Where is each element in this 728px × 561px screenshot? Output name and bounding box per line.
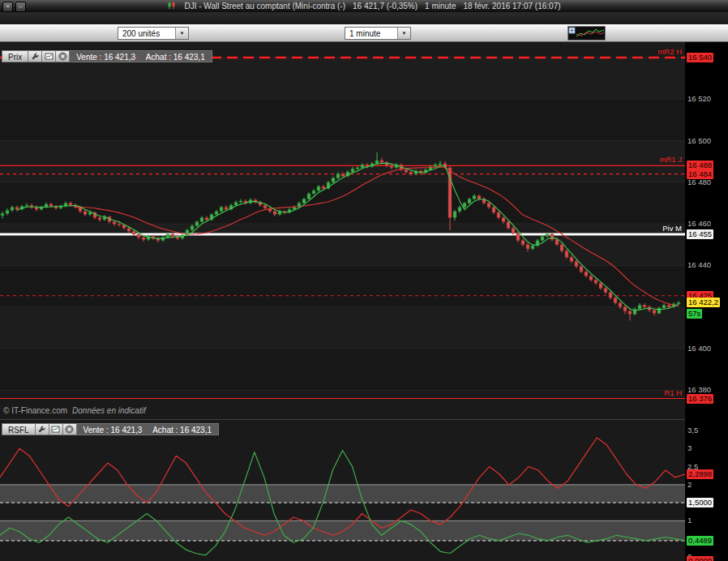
title-instrument: DJI - Wall Street au comptant (Mini-cont… [184,2,345,11]
copyright-note: Données en indicatif [72,406,146,415]
rsfl-panel-header: RSFL Vente : 16 421,3 Achat : 16 423,1 [2,423,219,435]
window-subbar [0,12,728,24]
axis-tick-label: 16 520 [687,94,711,104]
window-close-button[interactable]: × [2,2,13,12]
axis-tick-label: 16 460 [687,219,711,229]
wrench-settings-icon[interactable] [35,423,49,435]
sell-quote: Vente : 16 421,3 [76,53,135,62]
axis-level-label: 16 422,2 [687,298,720,307]
svg-text:mR1 J: mR1 J [660,155,683,164]
price-chart-plot[interactable]: mR2 HmR1 JPiv MR1 H [0,42,685,419]
panel-window-icon[interactable] [49,423,62,435]
axis-level-label: 16 540 [687,53,713,62]
units-select-value: 200 unités [118,28,175,39]
buy-quote: Achat : 16 423,1 [152,426,212,435]
panel-window-icon[interactable] [41,50,55,62]
title-timeframe: 1 minute [425,2,456,11]
copyright-notice: © IT-Finance.comDonnées en indicatif [3,406,146,415]
price-panel-title: Prix [2,50,28,62]
chart-overview-button[interactable] [567,26,606,41]
window-controls: × – [2,2,26,12]
timeframe-select[interactable]: 1 minute ▼ [345,27,411,40]
bid-ask-quote: Vente : 16 421,3 Achat : 16 423,1 [76,423,219,435]
units-select[interactable]: 200 unités ▼ [118,27,189,40]
axis-tick-label: 2 [687,480,692,490]
bid-ask-quote: Vente : 16 421,3 Achat : 16 423,1 [69,50,212,62]
close-panel-icon[interactable] [55,50,69,62]
axis-level-label: 2,2898 [687,469,713,479]
axis-tick-label: 3 [687,443,692,453]
rsfl-axis[interactable]: 3,532,52,289821,500010,448900,0000 [685,419,728,561]
axis-level-label: 0,0000 [687,556,713,561]
rsfl-panel-title: RSFL [2,423,35,435]
svg-text:R1 H: R1 H [664,388,682,397]
title-last-price: 16 421,7 (-0,35%) [353,2,418,11]
chart-region: mR2 HmR1 JPiv MR1 H 16 54016 52016 50016… [0,42,728,561]
axis-level-label: 16 376 [687,394,713,404]
svg-text:mR2 H: mR2 H [657,47,682,56]
rsfl-indicator-plot[interactable] [0,419,685,561]
window-minimize-button[interactable]: – [15,2,26,12]
axis-tick-label: 16 500 [687,136,711,146]
chevron-down-icon[interactable]: ▼ [397,28,410,39]
svg-text:Piv M: Piv M [662,224,682,233]
buy-quote: Achat : 16 423,1 [146,53,205,62]
title-datetime: 18 févr. 2016 17:07 (16:07) [463,2,560,11]
axis-level-label: 1,5000 [687,498,713,507]
close-panel-icon[interactable] [62,423,76,435]
chevron-down-icon[interactable]: ▼ [175,28,188,39]
candlestick-icon [167,1,177,11]
wrench-settings-icon[interactable] [28,50,41,62]
price-axis[interactable]: 16 54016 52016 50016 48816 48416 48016 4… [685,42,728,419]
window-titlebar: × – DJI - Wall Street au comptant (Mini-… [0,0,728,12]
copyright-text: © IT-Finance.com [3,406,67,415]
chart-toolbar: 200 unités ▼ 1 minute ▼ [0,24,728,42]
axis-level-label: 0,4489 [687,536,713,546]
axis-tick-label: 16 480 [687,178,711,187]
price-panel-header: Prix Vente : 16 421,3 Achat : 16 423,1 [2,50,212,62]
axis-tick-label: 3,5 [687,426,698,435]
axis-tick-label: 1 [687,516,692,525]
sell-quote: Vente : 16 421,3 [84,426,143,435]
axis-level-label: 57s [687,309,702,319]
axis-tick-label: 16 440 [687,260,711,270]
axis-level-label: 16 455 [687,229,713,239]
timeframe-select-value: 1 minute [345,28,397,39]
axis-tick-label: 16 400 [687,344,711,353]
